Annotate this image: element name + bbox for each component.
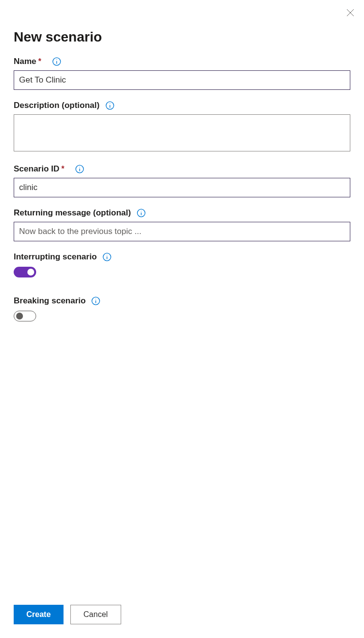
field-group-name: Name *: [14, 57, 350, 90]
svg-point-13: [141, 211, 141, 211]
label-row: Interrupting scenario: [14, 252, 350, 262]
field-group-returning-message: Returning message (optional): [14, 208, 350, 241]
description-label: Description (optional): [14, 101, 100, 110]
info-icon: [52, 57, 61, 66]
required-indicator: *: [62, 165, 64, 173]
svg-point-10: [79, 167, 80, 167]
footer: Create Cancel: [14, 605, 350, 624]
label-row: Scenario ID *: [14, 164, 350, 174]
toggle-thumb: [27, 269, 34, 276]
field-group-breaking: Breaking scenario: [14, 296, 350, 323]
scenario-id-info-button[interactable]: [75, 165, 84, 173]
create-button[interactable]: Create: [14, 605, 64, 624]
close-icon: [346, 9, 354, 17]
new-scenario-panel: New scenario Name * Description (optiona…: [0, 0, 364, 638]
svg-point-4: [56, 59, 57, 60]
breaking-label: Breaking scenario: [14, 296, 86, 306]
info-icon: [103, 253, 111, 261]
returning-message-input[interactable]: [14, 222, 350, 241]
interrupting-toggle[interactable]: [14, 267, 36, 277]
name-info-button[interactable]: [52, 57, 61, 66]
interrupting-label: Interrupting scenario: [14, 252, 97, 262]
toggle-thumb: [16, 313, 23, 319]
cancel-button[interactable]: Cancel: [70, 605, 121, 624]
required-indicator: *: [38, 57, 41, 66]
label-row: Returning message (optional): [14, 208, 350, 218]
info-icon: [106, 101, 114, 110]
field-group-interrupting: Interrupting scenario: [14, 252, 350, 279]
scenario-id-input[interactable]: [14, 178, 350, 197]
scenario-id-label: Scenario ID: [14, 164, 60, 174]
info-icon: [91, 297, 100, 305]
field-group-description: Description (optional): [14, 101, 350, 153]
svg-point-19: [96, 298, 96, 299]
info-icon: [75, 165, 84, 173]
close-button[interactable]: [344, 7, 356, 19]
interrupting-info-button[interactable]: [103, 253, 111, 261]
label-row: Name *: [14, 57, 350, 66]
returning-message-info-button[interactable]: [137, 209, 146, 217]
name-input[interactable]: [14, 70, 350, 90]
breaking-info-button[interactable]: [91, 297, 100, 305]
field-group-scenario-id: Scenario ID *: [14, 164, 350, 197]
label-row: Breaking scenario: [14, 296, 350, 306]
breaking-toggle[interactable]: [14, 311, 36, 321]
returning-message-label: Returning message (optional): [14, 208, 131, 218]
description-input[interactable]: [14, 114, 350, 151]
label-row: Description (optional): [14, 101, 350, 110]
panel-title: New scenario: [14, 29, 350, 45]
svg-point-16: [107, 255, 107, 255]
spacer: [14, 340, 350, 605]
info-icon: [137, 209, 146, 217]
description-info-button[interactable]: [106, 101, 114, 110]
name-label: Name: [14, 57, 36, 66]
svg-point-7: [109, 103, 110, 104]
